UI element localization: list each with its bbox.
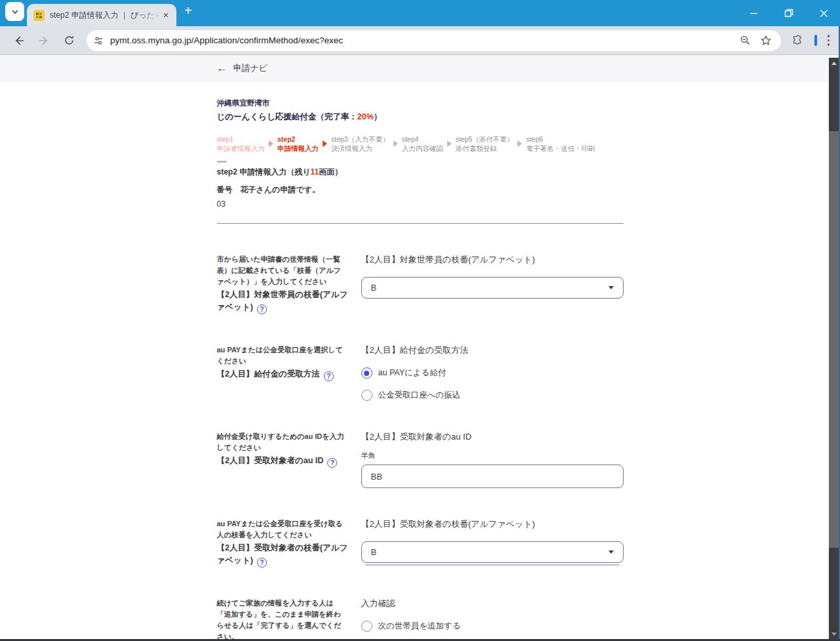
forward-icon bbox=[34, 31, 54, 51]
branch-number-select[interactable]: B bbox=[361, 277, 624, 299]
site-settings-icon[interactable] bbox=[93, 35, 104, 46]
section-divider bbox=[217, 223, 624, 224]
progress-line: step2 申請情報入力（残り11画面） bbox=[217, 167, 624, 178]
tab-close-icon[interactable]: × bbox=[161, 10, 171, 20]
focus-underline bbox=[365, 564, 620, 566]
pinned-extension-icon[interactable] bbox=[814, 35, 817, 46]
step-5: step5（添付不要）添付書類登録 bbox=[456, 134, 514, 153]
browser-tab[interactable]: step2 申請情報入力 ｜ ぴったりサ × bbox=[27, 4, 176, 26]
field-label: 【2人目】対象世帯員の枝番(アルファベット) bbox=[361, 254, 624, 266]
radio-unchecked-icon bbox=[361, 621, 372, 632]
step-indicator: step1申請者情報入力 step2申請情報入力 step3（入力不要）決済情報… bbox=[217, 134, 624, 153]
caret-down-icon bbox=[609, 286, 614, 289]
form-section-recipient-branch: au PAYまたは公金受取口座を受け取る人の枝番を入力してください 【2人目】受… bbox=[217, 518, 624, 568]
back-arrow-icon[interactable]: ← bbox=[217, 62, 227, 73]
radio-add-member[interactable]: 次の世帯員を追加する bbox=[361, 621, 624, 632]
step-arrow-icon bbox=[393, 140, 398, 147]
divider-dash bbox=[217, 161, 226, 163]
applicant-number: 03 bbox=[217, 199, 624, 209]
step-6: step6電子署名・送信・印刷 bbox=[526, 134, 595, 153]
step-arrow-icon bbox=[323, 140, 327, 147]
au-id-input[interactable] bbox=[361, 465, 624, 488]
tab-search-button[interactable] bbox=[5, 2, 24, 21]
help-icon[interactable]: ? bbox=[257, 304, 267, 314]
form-section-branch-number: 市から届いた申請書の世帯情報（一覧表）に記載されている「枝番（アルファベット）」… bbox=[217, 254, 624, 314]
municipality-name: 沖縄県宜野湾市 bbox=[217, 98, 624, 108]
field-name: 【2人目】受取対象者の枝番(アルファベット)? bbox=[217, 542, 348, 568]
input-hint: 半角 bbox=[361, 451, 624, 461]
new-tab-button[interactable]: + bbox=[184, 3, 192, 18]
app-nav-title[interactable]: 申請ナビ bbox=[233, 62, 268, 74]
field-description: au PAYまたは公金受取口座を選択してください bbox=[217, 344, 348, 367]
field-name: 【2人目】給付金の受取方法? bbox=[217, 368, 348, 381]
help-icon[interactable]: ? bbox=[324, 371, 334, 381]
scrollbar-down-icon[interactable] bbox=[829, 629, 839, 639]
step-2-active: step2申請情報入力 bbox=[277, 134, 319, 153]
tab-title: step2 申請情報入力 ｜ ぴったりサ bbox=[50, 10, 161, 21]
field-label: 【2人目】給付金の受取方法 bbox=[361, 344, 624, 356]
field-description: 市から届いた申請書の世帯情報（一覧表）に記載されている「枝番（アルファベット）」… bbox=[217, 254, 348, 287]
field-name: 【2人目】受取対象者のau ID? bbox=[217, 455, 348, 468]
field-description: 給付金受け取りするためのau IDを入力してください bbox=[217, 431, 348, 453]
help-icon[interactable]: ? bbox=[327, 458, 337, 468]
step-arrow-icon bbox=[447, 140, 452, 147]
field-label: 入力確認 bbox=[361, 598, 624, 610]
chevron-down-icon bbox=[11, 8, 19, 16]
zoom-level-icon[interactable] bbox=[740, 35, 751, 46]
step-4: step4入力内容確認 bbox=[402, 134, 443, 153]
caret-down-icon bbox=[609, 550, 614, 554]
step-arrow-icon bbox=[269, 140, 273, 147]
back-icon[interactable] bbox=[9, 31, 29, 51]
reload-icon[interactable] bbox=[59, 31, 79, 51]
field-description: 続けてご家族の情報を入力する人は「追加する」を、このまま申請を終わらせる人は「完… bbox=[217, 598, 348, 641]
close-icon[interactable] bbox=[820, 9, 828, 18]
radio-unchecked-icon bbox=[361, 390, 372, 401]
url-text[interactable]: pymt.oss.myna.go.jp/Application/confirmM… bbox=[110, 35, 740, 45]
remaining-count: 11 bbox=[310, 167, 319, 176]
radio-checked-icon bbox=[361, 367, 372, 379]
site-favicon bbox=[33, 10, 45, 21]
help-icon[interactable]: ? bbox=[257, 558, 267, 568]
address-bar[interactable]: pymt.oss.myna.go.jp/Application/confirmM… bbox=[87, 30, 781, 51]
page-body: ← 申請ナビ 沖縄県宜野湾市 じのーんくらし応援給付金（完了率：20%） ste… bbox=[0, 55, 840, 638]
program-title: じのーんくらし応援給付金（完了率：20%） bbox=[217, 112, 624, 123]
radio-au-pay[interactable]: au PAYによる給付 bbox=[361, 367, 624, 379]
step-arrow-icon bbox=[517, 140, 522, 147]
field-label: 【2人目】受取対象者のau ID bbox=[361, 431, 624, 443]
extensions-puzzle-icon[interactable] bbox=[791, 34, 804, 47]
recipient-branch-select[interactable]: B bbox=[361, 541, 624, 563]
browser-titlebar: step2 申請情報入力 ｜ ぴったりサ × + bbox=[0, 0, 840, 26]
field-name: 【2人目】対象世帯員の枝番(アルファベット)? bbox=[217, 289, 348, 314]
page-scrollbar[interactable] bbox=[829, 58, 839, 639]
field-description: au PAYまたは公金受取口座を受け取る人の枝番を入力してください bbox=[217, 518, 348, 541]
form-section-payment-method: au PAYまたは公金受取口座を選択してください 【2人目】給付金の受取方法? … bbox=[217, 344, 624, 401]
restore-icon[interactable] bbox=[784, 9, 793, 18]
minimize-icon[interactable] bbox=[750, 9, 758, 18]
form-section-au-id: 給付金受け取りするためのau IDを入力してください 【2人目】受取対象者のau… bbox=[217, 431, 624, 488]
browser-toolbar: pymt.oss.myna.go.jp/Application/confirmM… bbox=[0, 26, 840, 55]
field-label: 【2人目】受取対象者の枝番(アルファベット) bbox=[361, 518, 624, 530]
form-section-input-confirm: 続けてご家族の情報を入力する人は「追加する」を、このまま申請を終わらせる人は「完… bbox=[217, 598, 624, 641]
bookmark-star-icon[interactable] bbox=[760, 35, 772, 47]
radio-public-account[interactable]: 公金受取口座への振込 bbox=[361, 390, 624, 401]
browser-menu-icon[interactable] bbox=[828, 35, 830, 46]
scrollbar-thumb[interactable] bbox=[829, 131, 839, 548]
step-3: step3（入力不要）決済情報入力 bbox=[331, 134, 390, 153]
app-nav-bar: ← 申請ナビ bbox=[0, 55, 840, 81]
step-1: step1申請者情報入力 bbox=[217, 134, 266, 153]
applicant-line: 番号 花子さんの申請です。 bbox=[217, 184, 624, 196]
completion-rate: 20% bbox=[357, 112, 374, 121]
scrollbar-up-icon[interactable] bbox=[829, 58, 839, 68]
